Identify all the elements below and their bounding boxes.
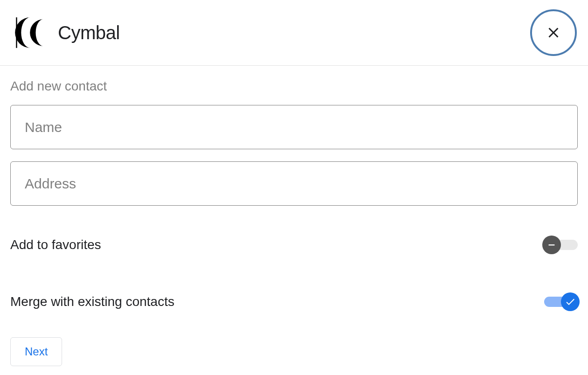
name-input[interactable] — [10, 105, 578, 149]
merge-toggle[interactable] — [544, 297, 578, 307]
favorites-row: Add to favorites — [10, 237, 578, 252]
toggle-thumb — [542, 236, 561, 254]
content: Add new contact Add to favorites Merge w… — [0, 66, 588, 375]
close-icon — [545, 24, 562, 41]
address-input[interactable] — [10, 161, 578, 206]
favorites-label: Add to favorites — [10, 237, 101, 252]
check-icon — [565, 296, 576, 307]
merge-label: Merge with existing contacts — [10, 294, 175, 309]
close-button[interactable] — [530, 9, 577, 56]
brand: Cymbal — [11, 14, 120, 52]
merge-row: Merge with existing contacts — [10, 294, 578, 309]
favorites-toggle[interactable] — [544, 240, 578, 250]
header: Cymbal — [0, 0, 588, 66]
brand-logo-icon — [11, 14, 49, 52]
page-title: Add new contact — [10, 79, 578, 94]
svg-rect-1 — [549, 244, 555, 245]
next-button[interactable]: Next — [10, 337, 62, 366]
brand-name: Cymbal — [58, 22, 120, 43]
minus-icon — [546, 240, 557, 250]
toggle-thumb — [561, 292, 580, 311]
